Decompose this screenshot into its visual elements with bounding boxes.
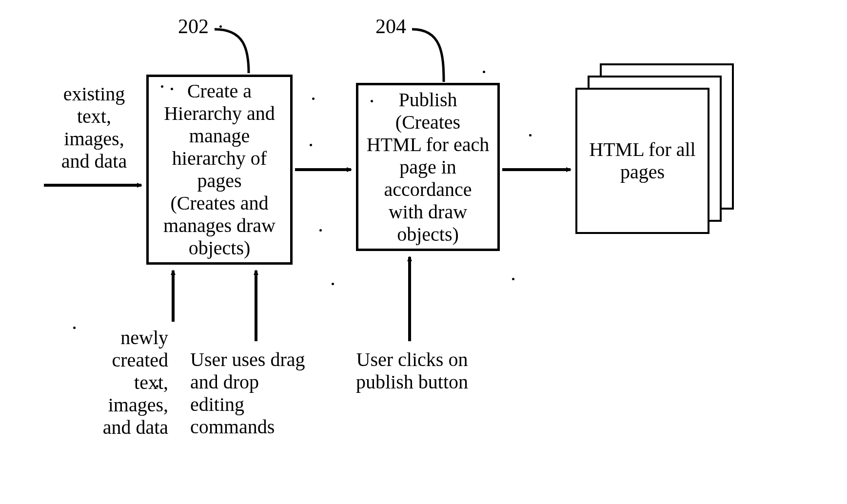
box-publish: Publish (Creates HTML for each page in a… <box>356 83 500 251</box>
box-create-hierarchy: Create a Hierarchy and manage hierarchy … <box>146 75 293 265</box>
label-drag-drop: User uses drag and drop editing commands <box>190 349 336 438</box>
label-existing-input: existing text, images, and data <box>48 83 140 173</box>
box-publish-text: Publish (Creates HTML for each page in a… <box>367 89 490 246</box>
diagram-canvas: 202 204 existing text, images, and data … <box>0 0 847 504</box>
box-create-hierarchy-text: Create a Hierarchy and manage hierarchy … <box>163 80 276 259</box>
ref-204: 204 <box>375 15 406 38</box>
label-publish-click: User clicks on publish button <box>339 349 485 393</box>
label-newly-created: newly created text, images, and data <box>71 327 168 439</box>
output-page-front: HTML for all pages <box>575 88 709 234</box>
ref-202: 202 <box>178 15 209 38</box>
output-text: HTML for all pages <box>589 138 695 183</box>
